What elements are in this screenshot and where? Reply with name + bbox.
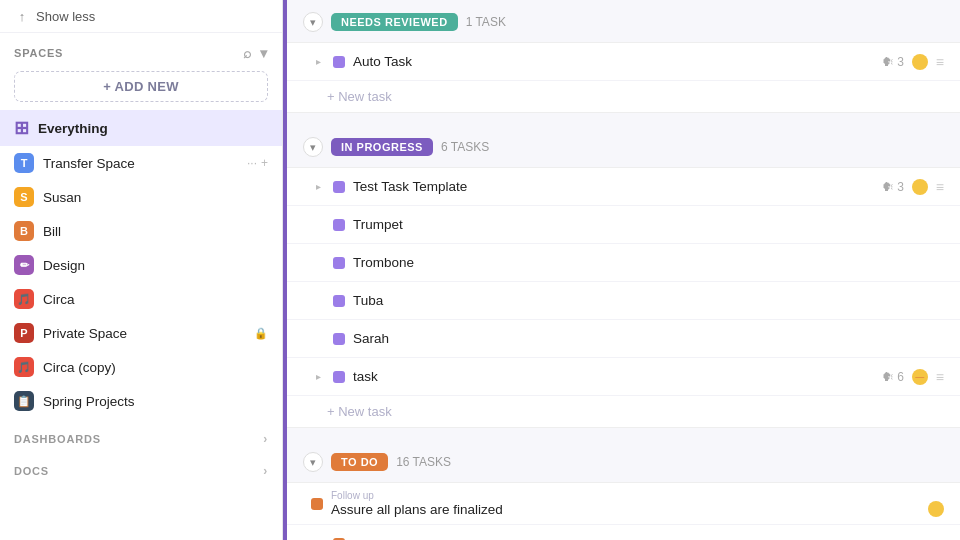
susan-icon: S <box>14 187 34 207</box>
comment-icon: 🗣 <box>882 55 894 69</box>
badge-todo: TO DO <box>331 453 388 471</box>
status-dot[interactable] <box>912 54 928 70</box>
todo-count: 16 TASKS <box>396 455 451 469</box>
design-icon: ✏ <box>14 255 34 275</box>
status-dot[interactable] <box>928 501 944 517</box>
task-row[interactable]: ▸ task 🗣 6 — ≡ <box>287 358 960 396</box>
collapse-needs-reviewed[interactable]: ▾ <box>303 12 323 32</box>
needs-reviewed-count: 1 TASK <box>466 15 506 29</box>
group-needs-reviewed: ▾ NEEDS REVIEWED 1 TASK ▸ Auto Task 🗣 3 … <box>287 0 960 113</box>
spacer2 <box>287 428 960 440</box>
task-menu-icon[interactable]: ≡ <box>936 369 944 385</box>
task-row[interactable]: ▸ Sarah <box>287 320 960 358</box>
group-header-todo: ▾ TO DO 16 TASKS <box>287 440 960 482</box>
task-row[interactable]: ▸ Tuba <box>287 282 960 320</box>
show-less-button[interactable]: ↑ Show less <box>0 0 282 33</box>
task-name: Trumpet <box>353 217 944 232</box>
circa-icon: 🎵 <box>14 289 34 309</box>
comment-icon: 🗣 <box>882 180 894 194</box>
chevron-down-icon[interactable]: ▾ <box>260 45 268 61</box>
comment-count: 🗣 3 <box>882 180 904 194</box>
task-menu-icon[interactable]: — <box>930 536 944 540</box>
task-menu-icon[interactable]: ≡ <box>936 179 944 195</box>
sidebar-item-spring[interactable]: 📋 Spring Projects <box>0 384 282 418</box>
task-name: Assure all plans are finalized <box>331 502 922 517</box>
task-name: Test Task Template <box>353 179 874 194</box>
private-icon: P <box>14 323 34 343</box>
task-row[interactable]: ▸ Trombone <box>287 244 960 282</box>
sidebar-item-circa[interactable]: 🎵 Circa <box>0 282 282 316</box>
circa-copy-icon: 🎵 <box>14 357 34 377</box>
collapse-todo[interactable]: ▾ <box>303 452 323 472</box>
group-todo: ▾ TO DO 16 TASKS Follow up Assure all pl… <box>287 440 960 540</box>
task-name: Calvin <box>353 537 922 541</box>
lock-icon: 🔒 <box>254 327 268 340</box>
sidebar-item-bill[interactable]: B Bill <box>0 214 282 248</box>
collapse-in-progress[interactable]: ▾ <box>303 137 323 157</box>
task-name: Tuba <box>353 293 944 308</box>
group-header-in-progress: ▾ IN PROGRESS 6 TASKS <box>287 125 960 167</box>
spacer <box>287 113 960 125</box>
group-in-progress: ▾ IN PROGRESS 6 TASKS ▸ Test Task Templa… <box>287 125 960 428</box>
task-dot <box>333 333 345 345</box>
task-row[interactable]: ▸ Trumpet <box>287 206 960 244</box>
task-dot <box>333 219 345 231</box>
badge-needs-reviewed: NEEDS REVIEWED <box>331 13 458 31</box>
followup-label: Follow up <box>331 490 944 501</box>
in-progress-count: 6 TASKS <box>441 140 489 154</box>
transfer-dots[interactable]: ··· <box>247 156 257 170</box>
everything-label: Everything <box>38 121 268 136</box>
status-dot[interactable] <box>912 179 928 195</box>
task-dot <box>333 257 345 269</box>
badge-in-progress: IN PROGRESS <box>331 138 433 156</box>
sidebar-item-transfer[interactable]: T Transfer Space ··· + <box>0 146 282 180</box>
expand-icon[interactable]: ▸ <box>311 370 325 384</box>
main-content: ▾ NEEDS REVIEWED 1 TASK ▸ Auto Task 🗣 3 … <box>287 0 960 540</box>
in-progress-task-list: ▸ Test Task Template 🗣 3 ≡ ▸ Trumpet <box>287 167 960 428</box>
task-row-calvin[interactable]: ▸ Calvin — <box>287 525 960 540</box>
status-dot[interactable]: — <box>912 369 928 385</box>
sidebar-item-private[interactable]: P Private Space 🔒 <box>0 316 282 350</box>
task-name: task <box>353 369 874 384</box>
task-name: Trombone <box>353 255 944 270</box>
sidebar-item-susan[interactable]: S Susan <box>0 180 282 214</box>
search-icon[interactable]: ⌕ <box>243 45 252 61</box>
add-new-button[interactable]: + ADD NEW <box>14 71 268 102</box>
sidebar-item-everything[interactable]: ⊞ Everything <box>0 110 282 146</box>
expand-icon[interactable]: ▸ <box>311 180 325 194</box>
task-name: Sarah <box>353 331 944 346</box>
show-less-label: Show less <box>36 9 95 24</box>
arrow-up-icon: ↑ <box>14 8 30 24</box>
grid-icon: ⊞ <box>14 117 29 139</box>
task-menu-icon[interactable]: ≡ <box>936 54 944 70</box>
bill-icon: B <box>14 221 34 241</box>
task-row[interactable]: ▸ Auto Task 🗣 3 ≡ <box>287 43 960 81</box>
task-dot <box>333 371 345 383</box>
task-dot <box>311 498 323 510</box>
task-row[interactable]: ▸ Test Task Template 🗣 3 ≡ <box>287 168 960 206</box>
spaces-section-header: SPACES ⌕ ▾ <box>0 33 282 67</box>
task-name: Auto Task <box>353 54 874 69</box>
needs-reviewed-task-list: ▸ Auto Task 🗣 3 ≡ + New task <box>287 42 960 113</box>
group-header-needs-reviewed: ▾ NEEDS REVIEWED 1 TASK <box>287 0 960 42</box>
task-dot <box>333 295 345 307</box>
sidebar-item-design[interactable]: ✏ Design <box>0 248 282 282</box>
comment-icon: 🗣 <box>882 370 894 384</box>
comment-count: 🗣 6 <box>882 370 904 384</box>
dashboards-section[interactable]: DASHBOARDS › <box>0 418 282 450</box>
new-task-button[interactable]: + New task <box>287 81 960 112</box>
task-dot <box>333 56 345 68</box>
task-row-followup[interactable]: Follow up Assure all plans are finalized <box>287 483 960 525</box>
comment-count: 🗣 3 <box>882 55 904 69</box>
sidebar-item-circa-copy[interactable]: 🎵 Circa (copy) <box>0 350 282 384</box>
spring-icon: 📋 <box>14 391 34 411</box>
dashboards-chevron: › <box>263 432 268 446</box>
expand-icon[interactable]: ▸ <box>311 55 325 69</box>
new-task-button[interactable]: + New task <box>287 396 960 427</box>
transfer-plus[interactable]: + <box>261 156 268 170</box>
docs-section[interactable]: DOCS › <box>0 450 282 482</box>
docs-chevron: › <box>263 464 268 478</box>
transfer-icon: T <box>14 153 34 173</box>
spaces-list: T Transfer Space ··· + S Susan B Bill ✏ … <box>0 146 282 418</box>
task-dot <box>333 181 345 193</box>
